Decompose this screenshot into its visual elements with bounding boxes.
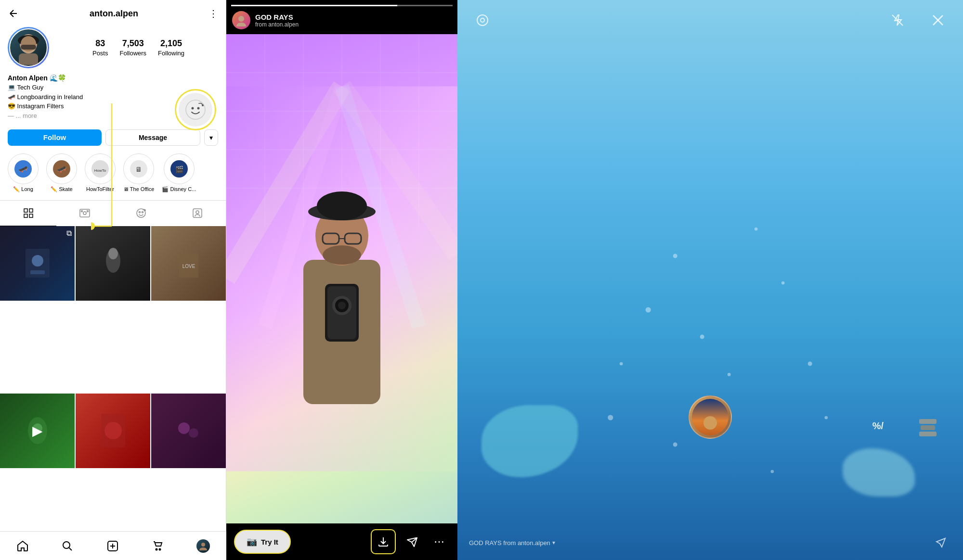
svg-text:🖥: 🖥	[135, 165, 142, 173]
svg-point-47	[178, 422, 190, 434]
tab-filter[interactable]	[113, 201, 169, 226]
camera-share-icon[interactable]	[930, 532, 951, 553]
camera-viewfinder: %/	[457, 40, 963, 525]
percentage-text: %/	[872, 420, 884, 431]
camera-icon: 📷	[247, 536, 257, 547]
following-label: Following	[158, 50, 184, 57]
svg-point-72	[338, 302, 346, 309]
nav-home[interactable]	[16, 540, 29, 552]
share-button[interactable]	[402, 531, 423, 552]
highlight-howtofilter-circle: HowTo	[85, 153, 116, 184]
svg-point-52	[159, 548, 160, 550]
svg-point-95	[608, 415, 613, 420]
highlight-disney-label: 🎬 Disney C...	[162, 186, 196, 192]
svg-point-40	[108, 248, 118, 259]
person-silhouette	[279, 154, 404, 404]
nav-shop[interactable]	[152, 540, 164, 552]
svg-point-32	[142, 211, 143, 213]
svg-point-93	[808, 362, 812, 366]
message-button[interactable]: Message	[105, 129, 200, 146]
svg-rect-38	[30, 270, 45, 274]
nav-search[interactable]	[61, 540, 74, 552]
followers-label: Followers	[119, 50, 146, 57]
snow-particles	[457, 40, 963, 525]
highlight-disney[interactable]: 🎬 🎬 Disney C...	[162, 153, 196, 192]
more-options-icon[interactable]: ⋮	[208, 8, 218, 19]
svg-point-37	[32, 255, 43, 267]
try-it-label: Try It	[261, 538, 278, 546]
svg-point-91	[700, 335, 704, 339]
svg-rect-24	[24, 214, 27, 217]
percentage-display: %/	[872, 420, 884, 432]
highlight-theoffice[interactable]: 🖥 🖥 The Office	[123, 153, 154, 192]
story-filter-name: GOD RAYS	[255, 13, 452, 21]
filter-shape-1	[919, 419, 937, 424]
svg-text:🛹: 🛹	[18, 165, 28, 174]
photo-cell-2[interactable]	[76, 226, 150, 301]
photo-cell-5[interactable]	[76, 394, 150, 468]
camera-panel: %/ GOD RAYS from anton.alpen ▾	[457, 0, 963, 560]
highlight-howtofilter[interactable]: HowTo HowToFilter	[85, 153, 116, 192]
svg-point-63	[317, 191, 367, 220]
stats-section: 83 Posts 7,503 Followers 2,105 Following	[59, 38, 218, 57]
highlight-long[interactable]: 🛹 ✏️ Long	[8, 153, 39, 192]
avatar	[9, 28, 48, 67]
nav-add[interactable]	[106, 540, 119, 552]
close-camera-icon[interactable]	[927, 10, 949, 31]
profile-panel: anton.alpen ⋮ 83 Posts	[0, 0, 226, 560]
photo-cell-4[interactable]: ▶	[0, 394, 75, 468]
posts-count: 83	[92, 38, 108, 49]
god-rays-bottom-label: GOD RAYS from anton.alpen	[469, 539, 550, 547]
tab-reels[interactable]	[56, 201, 113, 226]
svg-point-94	[728, 373, 731, 376]
svg-point-18	[202, 104, 204, 106]
follow-button[interactable]: Follow	[8, 129, 102, 146]
filter-thumbnail[interactable]	[689, 395, 732, 439]
bottom-navigation	[0, 531, 226, 560]
camera-settings-icon[interactable]	[472, 10, 493, 31]
tab-grid[interactable]	[0, 201, 56, 226]
filter-type-icon	[919, 419, 937, 436]
multi-photo-icon: ⧉	[66, 229, 72, 238]
svg-point-49	[63, 542, 70, 548]
highlight-long-label: ✏️ Long	[13, 186, 33, 192]
svg-rect-22	[24, 209, 27, 212]
camera-top-bar	[457, 0, 963, 40]
username-title: anton.alpen	[90, 9, 138, 19]
highlight-skate[interactable]: 🛹 ✏️ Skate	[46, 153, 77, 192]
flash-off-icon[interactable]	[887, 10, 908, 31]
svg-point-87	[673, 254, 677, 258]
bio-more-link[interactable]: — ... more	[8, 112, 37, 119]
svg-point-53	[201, 543, 205, 547]
svg-point-16	[192, 107, 194, 110]
following-count: 2,105	[158, 38, 184, 49]
play-icon: ▶	[32, 423, 43, 439]
svg-rect-4	[19, 53, 38, 65]
save-button[interactable]	[371, 529, 396, 554]
try-it-button[interactable]: 📷 Try It	[234, 530, 291, 554]
highlight-skate-circle: 🛹	[46, 153, 77, 184]
story-panel: GOD RAYS from anton.alpen	[226, 0, 457, 560]
photo-cell-3[interactable]: LOVE	[151, 226, 226, 301]
svg-text:🛹: 🛹	[57, 165, 66, 174]
more-options-story-button[interactable]: ⋯	[429, 531, 450, 552]
svg-point-27	[83, 212, 86, 215]
svg-point-82	[477, 15, 488, 25]
svg-point-92	[620, 362, 623, 366]
dropdown-button[interactable]: ▾	[204, 129, 218, 146]
story-header: GOD RAYS from anton.alpen	[226, 6, 457, 34]
tab-tagged[interactable]	[169, 201, 226, 226]
svg-rect-3	[21, 45, 36, 50]
back-button[interactable]	[8, 8, 19, 19]
svg-rect-25	[29, 214, 33, 217]
svg-point-33	[144, 209, 145, 210]
filter-shape-2	[921, 425, 935, 430]
photo-cell-1[interactable]: ⧉	[0, 226, 75, 301]
nav-profile[interactable]	[196, 539, 210, 553]
story-main-content	[226, 34, 457, 523]
svg-point-31	[139, 211, 141, 213]
svg-point-90	[781, 281, 785, 285]
svg-point-54	[238, 16, 244, 22]
photo-cell-6[interactable]	[151, 394, 226, 468]
bottom-chevron: ▾	[552, 539, 555, 546]
